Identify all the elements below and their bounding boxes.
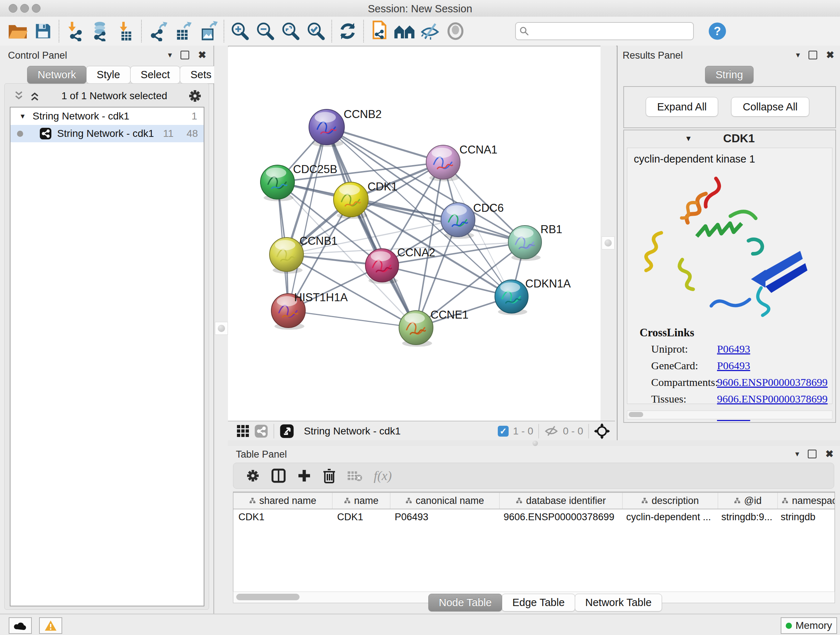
zoom-in-button[interactable] [227, 19, 253, 43]
column-header-canonical-name[interactable]: canonical name [390, 493, 500, 509]
network-edge-ccna2-cdkn1a[interactable] [382, 265, 512, 296]
entry-disclosure-icon[interactable]: ▾ [686, 133, 691, 143]
scrollbar-thumb[interactable] [629, 412, 643, 417]
network-node-ccna1[interactable] [426, 145, 460, 181]
left-splitter-handle[interactable] [215, 322, 228, 335]
zoom-fit-button[interactable] [278, 19, 303, 43]
network-edge-ccnb2-hist1h1a[interactable] [288, 127, 327, 310]
title-bar[interactable]: Session: New Session [0, 0, 840, 17]
crosslink-link[interactable]: 9606.ENSP00000378699 [717, 393, 828, 405]
tab-select[interactable]: Select [130, 66, 180, 84]
selected-checkbox-icon[interactable]: ✓ [498, 426, 508, 437]
network-collection-row[interactable]: ▾ String Network - cdk1 1 [11, 108, 204, 125]
column-header-namespace[interactable]: namespace [778, 493, 835, 509]
houses-icon [393, 22, 416, 40]
column-header-shared-name[interactable]: shared name [233, 493, 332, 509]
network-node-cdk1[interactable] [333, 182, 368, 219]
collapse-all-button[interactable]: Collapse All [731, 97, 809, 117]
hide-selected-button[interactable] [417, 19, 443, 43]
panel-menu-icon[interactable]: ▾ [168, 50, 172, 60]
export-network-button[interactable] [145, 19, 170, 43]
export-network-icon [148, 21, 167, 41]
crosslink-link[interactable]: 9606.ENSP00000378699 [717, 376, 828, 388]
fit-crosshair-icon[interactable] [594, 423, 610, 439]
network-node-rb1[interactable] [508, 226, 542, 261]
float-panel-icon[interactable] [808, 450, 816, 458]
birds-eye-view-icon[interactable] [279, 424, 294, 439]
share-view-icon[interactable] [254, 424, 268, 439]
node-label-rb1: RB1 [540, 223, 562, 236]
column-header-id[interactable]: @id [718, 493, 778, 509]
right-splitter-handle[interactable] [602, 236, 615, 249]
tab-string[interactable]: String [705, 66, 753, 84]
zoom-out-button[interactable] [253, 19, 278, 43]
expand-all-icon[interactable] [28, 90, 41, 102]
collapse-all-icon[interactable] [13, 90, 25, 102]
memory-button[interactable]: Memory [781, 617, 837, 634]
left-splitter[interactable] [214, 46, 229, 614]
tab-network-table[interactable]: Network Table [575, 594, 662, 611]
import-network-database-button[interactable] [88, 19, 113, 43]
tab-network[interactable]: Network [27, 66, 87, 84]
tab-edge-table[interactable]: Edge Table [502, 594, 575, 611]
toolbar-search[interactable] [515, 22, 694, 40]
zoom-selected-button[interactable] [303, 19, 328, 43]
network-edge-ccnb2-ccna1[interactable] [327, 127, 443, 162]
right-splitter[interactable] [600, 46, 616, 421]
network-node-ccnb1[interactable] [270, 238, 303, 274]
panel-menu-icon[interactable]: ▾ [795, 449, 799, 459]
float-panel-icon[interactable] [180, 51, 189, 59]
close-panel-icon[interactable]: ✖ [825, 448, 834, 460]
close-panel-icon[interactable]: ✖ [198, 49, 206, 61]
float-panel-icon[interactable] [808, 51, 817, 59]
export-image-button[interactable] [195, 19, 221, 43]
delete-column-icon[interactable] [322, 468, 336, 483]
table-panel-splitter[interactable] [228, 440, 840, 446]
network-graph[interactable]: CCNB2CCNA1CDC25BCDK1CDC6RB1CCNB1CCNA2CDK… [228, 47, 600, 421]
warnings-button[interactable] [39, 617, 62, 634]
column-header-name[interactable]: name [332, 493, 390, 509]
search-input[interactable] [529, 25, 690, 37]
close-panel-icon[interactable]: ✖ [826, 49, 834, 61]
grid-view-icon[interactable] [236, 424, 250, 439]
expand-all-button[interactable]: Expand All [646, 97, 718, 117]
add-column-icon[interactable] [297, 469, 311, 483]
help-button[interactable]: ? [705, 19, 730, 43]
network-options-gear-icon[interactable] [188, 89, 202, 103]
network-edge-hist1h1a-ccne1[interactable] [288, 310, 416, 328]
network-node-cdc6[interactable] [441, 203, 475, 239]
network-node-cdc25b[interactable] [261, 165, 294, 201]
results-horizontal-scrollbar[interactable] [627, 410, 832, 419]
network-node-ccne1[interactable] [399, 310, 433, 347]
edge-count: 48 [187, 128, 198, 139]
refresh-button[interactable] [335, 19, 360, 43]
table-row[interactable]: CDK1 CDK1 P06493 9606.ENSP00000378699 cy… [233, 509, 835, 524]
network-view-status-bar: String Network - cdk1 ✓ 1 - 0 0 - 0 [228, 421, 615, 441]
panel-menu-icon[interactable]: ▾ [796, 50, 800, 60]
protein-entry-header[interactable]: ▾ CDK1 [624, 130, 835, 146]
node-label-ccnb1: CCNB1 [300, 234, 338, 247]
network-row-selected[interactable]: String Network - cdk1 11 48 [11, 125, 204, 142]
column-header-database-identifier[interactable]: database identifier [500, 493, 622, 509]
show-columns-icon[interactable] [271, 468, 286, 483]
crosslink-link[interactable]: P06493 [717, 343, 750, 355]
network-node-cdkn1a[interactable] [495, 280, 528, 315]
export-table-button[interactable] [170, 19, 195, 43]
tab-style[interactable]: Style [86, 66, 130, 84]
open-session-button[interactable] [5, 19, 30, 43]
share-network-button[interactable] [367, 19, 392, 43]
network-canvas[interactable]: CCNB2CCNA1CDC25BCDK1CDC6RB1CCNB1CCNA2CDK… [228, 47, 600, 421]
table-options-gear-icon[interactable] [246, 469, 260, 483]
import-table-file-button[interactable] [113, 19, 138, 43]
collection-disclosure-icon[interactable]: ▾ [21, 111, 25, 121]
cloud-status-button[interactable] [9, 617, 32, 634]
column-header-description[interactable]: description [622, 493, 718, 509]
import-network-file-button[interactable] [62, 19, 88, 43]
home-networks-button[interactable] [392, 19, 417, 43]
network-node-ccna2[interactable] [365, 249, 399, 284]
show-eye-button[interactable] [443, 19, 468, 43]
crosslink-link[interactable]: P06493 [717, 359, 750, 372]
save-session-button[interactable] [30, 19, 56, 43]
tab-node-table[interactable]: Node Table [428, 594, 502, 611]
scrollbar-thumb[interactable] [236, 594, 300, 600]
